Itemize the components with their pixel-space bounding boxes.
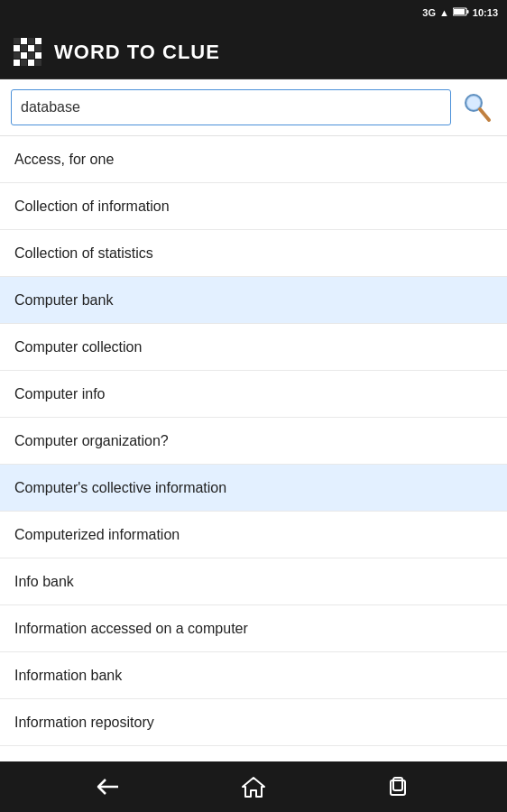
list-item[interactable]: Collection of statistics [0, 230, 507, 277]
signal-icon: ▲ [439, 7, 449, 18]
list-item[interactable]: Computerized information [0, 512, 507, 558]
network-indicator: 3G [422, 7, 436, 18]
list-item[interactable]: Collection of information [0, 183, 507, 230]
svg-marker-7 [243, 778, 264, 797]
svg-rect-2 [466, 10, 468, 14]
home-button[interactable] [226, 769, 281, 805]
status-icons: 3G ▲ 10:13 [422, 7, 498, 18]
time-display: 10:13 [473, 7, 498, 18]
list-item[interactable]: Info bank [0, 558, 507, 605]
list-item[interactable]: Computer info [0, 371, 507, 418]
back-arrow-icon [97, 778, 120, 796]
list-item[interactable]: Access, for one [0, 136, 507, 183]
battery-icon [453, 7, 469, 18]
list-item[interactable]: Information accessed on a computer [0, 605, 507, 652]
list-item[interactable]: Computer collection [0, 324, 507, 371]
recents-button[interactable] [372, 769, 426, 805]
navigation-bar [0, 761, 507, 812]
svg-rect-1 [454, 9, 465, 14]
app-logo [11, 36, 43, 69]
search-bar [0, 79, 507, 136]
status-bar: 3G ▲ 10:13 [0, 0, 507, 25]
home-icon [242, 776, 265, 798]
svg-line-5 [480, 109, 489, 120]
svg-point-4 [467, 97, 480, 109]
crossword-grid-icon [14, 38, 41, 66]
back-button[interactable] [81, 769, 135, 805]
recents-icon [388, 776, 410, 798]
list-item[interactable]: Information repository [0, 699, 507, 746]
app-title: WORD TO CLUE [54, 41, 220, 64]
list-item[interactable]: Computer organization? [0, 418, 507, 465]
list-item[interactable]: Computer bank [0, 277, 507, 324]
list-item[interactable]: Its motto could be "Search me!" [0, 746, 507, 762]
list-item[interactable]: Information bank [0, 652, 507, 699]
results-list: Access, for oneCollection of information… [0, 136, 507, 762]
app-header: WORD TO CLUE [0, 25, 507, 79]
search-button[interactable] [458, 88, 496, 126]
search-icon [460, 90, 494, 125]
list-item[interactable]: Computer's collective information [0, 465, 507, 512]
search-input[interactable] [11, 89, 451, 125]
